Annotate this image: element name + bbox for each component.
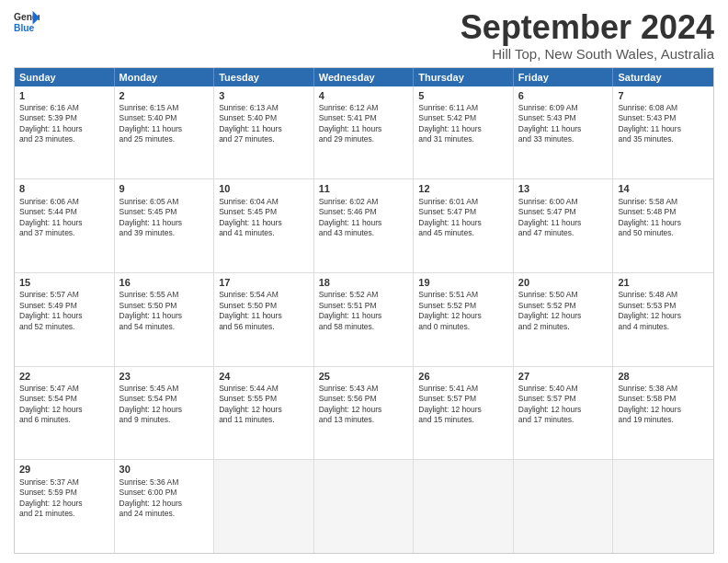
logo: General Blue: [14, 9, 40, 35]
header-cell-wednesday: Wednesday: [314, 68, 415, 86]
day-cell-7: 7Sunrise: 6:08 AM Sunset: 5:43 PM Daylig…: [613, 86, 713, 179]
day-cell-12: 12Sunrise: 6:01 AM Sunset: 5:47 PM Dayli…: [414, 179, 514, 272]
day-number: 8: [19, 182, 109, 195]
day-cell-10: 10Sunrise: 6:04 AM Sunset: 5:45 PM Dayli…: [214, 179, 314, 272]
day-number: 23: [119, 370, 210, 383]
day-info: Sunrise: 6:11 AM Sunset: 5:42 PM Dayligh…: [418, 103, 508, 145]
calendar: SundayMondayTuesdayWednesdayThursdayFrid…: [14, 67, 714, 554]
day-info: Sunrise: 5:40 AM Sunset: 5:57 PM Dayligh…: [518, 384, 609, 426]
page-header: General Blue September 2024 Hill Top, Ne…: [14, 9, 714, 62]
day-info: Sunrise: 6:09 AM Sunset: 5:43 PM Dayligh…: [518, 103, 609, 145]
day-cell-18: 18Sunrise: 5:52 AM Sunset: 5:51 PM Dayli…: [314, 273, 415, 366]
title-block: September 2024 Hill Top, New South Wales…: [461, 9, 714, 62]
day-info: Sunrise: 5:54 AM Sunset: 5:50 PM Dayligh…: [219, 290, 309, 332]
day-info: Sunrise: 5:57 AM Sunset: 5:49 PM Dayligh…: [19, 290, 109, 332]
empty-cell: [314, 460, 415, 553]
day-number: 26: [418, 370, 508, 383]
day-info: Sunrise: 5:43 AM Sunset: 5:56 PM Dayligh…: [319, 384, 409, 426]
day-info: Sunrise: 5:58 AM Sunset: 5:48 PM Dayligh…: [618, 197, 709, 239]
day-cell-14: 14Sunrise: 5:58 AM Sunset: 5:48 PM Dayli…: [613, 179, 713, 272]
header-cell-sunday: Sunday: [15, 68, 115, 86]
day-number: 21: [618, 276, 709, 289]
day-number: 28: [618, 370, 709, 383]
day-cell-3: 3Sunrise: 6:13 AM Sunset: 5:40 PM Daylig…: [214, 86, 314, 179]
location: Hill Top, New South Wales, Australia: [461, 46, 714, 62]
day-info: Sunrise: 6:06 AM Sunset: 5:44 PM Dayligh…: [19, 197, 109, 239]
day-cell-20: 20Sunrise: 5:50 AM Sunset: 5:52 PM Dayli…: [514, 273, 614, 366]
day-cell-4: 4Sunrise: 6:12 AM Sunset: 5:41 PM Daylig…: [314, 86, 415, 179]
header-cell-friday: Friday: [514, 68, 614, 86]
day-number: 12: [418, 182, 508, 195]
day-cell-5: 5Sunrise: 6:11 AM Sunset: 5:42 PM Daylig…: [414, 86, 514, 179]
day-number: 24: [219, 370, 309, 383]
day-info: Sunrise: 6:05 AM Sunset: 5:45 PM Dayligh…: [119, 197, 210, 239]
day-number: 7: [618, 89, 709, 102]
day-cell-6: 6Sunrise: 6:09 AM Sunset: 5:43 PM Daylig…: [514, 86, 614, 179]
day-number: 20: [518, 276, 609, 289]
day-cell-1: 1Sunrise: 6:16 AM Sunset: 5:39 PM Daylig…: [15, 86, 115, 179]
day-info: Sunrise: 6:02 AM Sunset: 5:46 PM Dayligh…: [319, 197, 409, 239]
day-number: 18: [319, 276, 409, 289]
day-number: 17: [219, 276, 309, 289]
day-cell-26: 26Sunrise: 5:41 AM Sunset: 5:57 PM Dayli…: [414, 367, 514, 460]
day-number: 10: [219, 182, 309, 195]
day-cell-24: 24Sunrise: 5:44 AM Sunset: 5:55 PM Dayli…: [214, 367, 314, 460]
day-number: 14: [618, 182, 709, 195]
month-title: September 2024: [461, 9, 714, 46]
day-info: Sunrise: 5:51 AM Sunset: 5:52 PM Dayligh…: [418, 290, 508, 332]
day-info: Sunrise: 5:55 AM Sunset: 5:50 PM Dayligh…: [119, 290, 210, 332]
day-cell-21: 21Sunrise: 5:48 AM Sunset: 5:53 PM Dayli…: [613, 273, 713, 366]
day-number: 11: [319, 182, 409, 195]
day-number: 19: [418, 276, 508, 289]
day-cell-11: 11Sunrise: 6:02 AM Sunset: 5:46 PM Dayli…: [314, 179, 415, 272]
day-number: 16: [119, 276, 210, 289]
day-number: 25: [319, 370, 409, 383]
day-cell-13: 13Sunrise: 6:00 AM Sunset: 5:47 PM Dayli…: [514, 179, 614, 272]
day-number: 30: [119, 463, 210, 476]
day-number: 9: [119, 182, 210, 195]
day-number: 22: [19, 370, 109, 383]
calendar-row-4: 22Sunrise: 5:47 AM Sunset: 5:54 PM Dayli…: [15, 366, 713, 460]
day-cell-17: 17Sunrise: 5:54 AM Sunset: 5:50 PM Dayli…: [214, 273, 314, 366]
day-info: Sunrise: 5:41 AM Sunset: 5:57 PM Dayligh…: [418, 384, 508, 426]
day-info: Sunrise: 5:38 AM Sunset: 5:58 PM Dayligh…: [618, 384, 709, 426]
header-cell-monday: Monday: [115, 68, 215, 86]
day-cell-23: 23Sunrise: 5:45 AM Sunset: 5:54 PM Dayli…: [115, 367, 215, 460]
empty-cell: [414, 460, 514, 553]
calendar-row-5: 29Sunrise: 5:37 AM Sunset: 5:59 PM Dayli…: [15, 459, 713, 553]
empty-cell: [214, 460, 314, 553]
empty-cell: [613, 460, 713, 553]
day-info: Sunrise: 6:08 AM Sunset: 5:43 PM Dayligh…: [618, 103, 709, 145]
day-cell-30: 30Sunrise: 5:36 AM Sunset: 6:00 PM Dayli…: [115, 460, 215, 553]
calendar-row-1: 1Sunrise: 6:16 AM Sunset: 5:39 PM Daylig…: [15, 86, 713, 179]
day-info: Sunrise: 6:16 AM Sunset: 5:39 PM Dayligh…: [19, 103, 109, 145]
day-cell-16: 16Sunrise: 5:55 AM Sunset: 5:50 PM Dayli…: [115, 273, 215, 366]
day-info: Sunrise: 5:45 AM Sunset: 5:54 PM Dayligh…: [119, 384, 210, 426]
calendar-row-3: 15Sunrise: 5:57 AM Sunset: 5:49 PM Dayli…: [15, 272, 713, 366]
day-info: Sunrise: 5:36 AM Sunset: 6:00 PM Dayligh…: [119, 477, 210, 520]
empty-cell: [514, 460, 614, 553]
day-cell-9: 9Sunrise: 6:05 AM Sunset: 5:45 PM Daylig…: [115, 179, 215, 272]
day-info: Sunrise: 6:15 AM Sunset: 5:40 PM Dayligh…: [119, 103, 210, 145]
day-info: Sunrise: 5:37 AM Sunset: 5:59 PM Dayligh…: [19, 477, 109, 520]
day-info: Sunrise: 5:47 AM Sunset: 5:54 PM Dayligh…: [19, 384, 109, 426]
header-cell-tuesday: Tuesday: [214, 68, 314, 86]
day-cell-15: 15Sunrise: 5:57 AM Sunset: 5:49 PM Dayli…: [15, 273, 115, 366]
day-number: 4: [319, 89, 409, 102]
header-cell-thursday: Thursday: [414, 68, 514, 86]
day-info: Sunrise: 6:12 AM Sunset: 5:41 PM Dayligh…: [319, 103, 409, 145]
day-number: 1: [19, 89, 109, 102]
day-cell-25: 25Sunrise: 5:43 AM Sunset: 5:56 PM Dayli…: [314, 367, 415, 460]
day-info: Sunrise: 6:00 AM Sunset: 5:47 PM Dayligh…: [518, 197, 609, 239]
day-cell-29: 29Sunrise: 5:37 AM Sunset: 5:59 PM Dayli…: [15, 460, 115, 553]
header-cell-saturday: Saturday: [613, 68, 713, 86]
day-number: 29: [19, 463, 109, 476]
day-number: 15: [19, 276, 109, 289]
calendar-row-2: 8Sunrise: 6:06 AM Sunset: 5:44 PM Daylig…: [15, 178, 713, 272]
day-number: 5: [418, 89, 508, 102]
day-info: Sunrise: 5:52 AM Sunset: 5:51 PM Dayligh…: [319, 290, 409, 332]
day-number: 3: [219, 89, 309, 102]
day-number: 27: [518, 370, 609, 383]
day-number: 13: [518, 182, 609, 195]
day-info: Sunrise: 6:01 AM Sunset: 5:47 PM Dayligh…: [418, 197, 508, 239]
